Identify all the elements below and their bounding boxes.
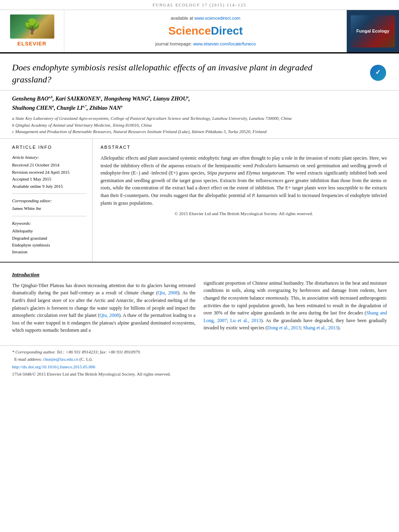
keywords-label: Keywords: [12, 220, 86, 226]
divider2 [12, 216, 86, 216]
top-banner: ELSEVIER available at www.sciencedirect.… [0, 10, 399, 53]
abstract-heading: ABSTRACT [101, 144, 387, 150]
corresponding-editor-label: Corresponding editor: [12, 198, 86, 204]
main-content: ARTICLE INFO Article history: Received 2… [0, 139, 399, 263]
introduction-heading: Introduction [12, 271, 195, 279]
article-title-section: Does endophyte symbiosis resist allelopa… [0, 53, 399, 90]
accepted-date: Accepted 1 May 2015 [12, 176, 86, 182]
right-panel: ABSTRACT Allelopathic effects and plant … [93, 139, 399, 262]
left-panel: ARTICLE INFO Article history: Received 2… [0, 139, 93, 262]
footnote-email: E-mail address: chunjie@lzu.edu.cn (C. L… [12, 356, 387, 362]
corresponding-editor-name: James White Jnr [12, 205, 86, 212]
footnote-corresponding: * Corresponding author. Tel.: +86 931 89… [12, 349, 387, 355]
article-title: Does endophyte symbiosis resist allelopa… [12, 62, 342, 85]
footnote-issn: 1754-5048/© 2015 Elsevier Ltd and The Br… [12, 371, 387, 377]
right-journal-title: Fungal Ecology [356, 28, 389, 34]
journal-homepage-text: journal homepage: www.elsevier.com/locat… [155, 41, 256, 47]
keyword-3: Endophyte symbiosis [12, 242, 86, 248]
copyright-line: © 2015 Elsevier Ltd and The British Myco… [101, 211, 387, 217]
body-left-column: Introduction The Qinghai-Tibet Plateau h… [12, 271, 195, 337]
qiu-2008-ref2[interactable]: Qiu, 2008 [99, 312, 119, 318]
right-banner: Fungal Ecology [347, 10, 399, 52]
affiliations: a State Key Laboratory of Grassland Agro… [12, 115, 387, 135]
journal-homepage-url[interactable]: www.elsevier.com/locate/funeco [193, 41, 256, 46]
affiliation-b: b Qinghai Academy of Animal and Veterina… [12, 122, 387, 129]
crossmark-circle: ✓ [370, 65, 386, 81]
doi-link[interactable]: http://dx.doi.org/10.1016/j.funeco.2015.… [12, 364, 95, 369]
lu-2013-ref[interactable]: Lu et al., 2013 [230, 318, 261, 323]
intro-para-1: The Qinghai-Tibet Plateau has drawn incr… [12, 282, 195, 334]
body-content: Introduction The Qinghai-Tibet Plateau h… [0, 263, 399, 345]
received-date: Received 21 October 2014 [12, 162, 86, 168]
elsevier-logo-box: ELSEVIER [0, 10, 64, 52]
intro-para-2: significant proportion of Chinese animal… [204, 279, 387, 332]
footnote-section: * Corresponding author. Tel.: +86 931 89… [0, 345, 399, 379]
qiu-2008-ref1[interactable]: Qiu, 2008 [158, 290, 178, 296]
keyword-1: Allelopathy [12, 228, 86, 234]
revision-date: Revision received 24 April 2015 [12, 169, 86, 175]
center-banner: available at www.sciencedirect.com Scien… [64, 10, 347, 52]
body-right-column: significant proportion of Chinese animal… [204, 271, 387, 337]
available-at-text: available at www.sciencedirect.com [171, 15, 240, 21]
elsevier-label: ELSEVIER [17, 40, 46, 47]
elsevier-tree-icon [10, 14, 54, 39]
crossmark-badge[interactable]: ✓ [369, 64, 387, 82]
article-history-label: Article history: [12, 154, 86, 160]
abstract-text: Allelopathic effects and plant associate… [101, 154, 387, 207]
shang-2013-ref[interactable]: Shang et al., 2013 [303, 325, 338, 331]
available-online-date: Available online 9 July 2015 [12, 183, 86, 189]
keyword-2: Degraded grassland [12, 235, 86, 241]
authors-section: Gensheng BAOa,b, Kari SAIKKONENc, Hongsh… [0, 90, 399, 138]
sciencedirect-url[interactable]: www.sciencedirect.com [194, 16, 240, 21]
sciencedirect-logo: ScienceDirect [168, 23, 243, 39]
journal-header: FUNGAL ECOLOGY 17 (2015) 114–125 [0, 0, 399, 10]
email-link[interactable]: chunjie@lzu.edu.cn [43, 357, 78, 362]
dong-2013-ref[interactable]: Dong et al., 2013 [267, 325, 300, 331]
keyword-4: Invasion [12, 249, 86, 255]
footnote-doi: http://dx.doi.org/10.1016/j.funeco.2015.… [12, 364, 387, 370]
authors-line: Gensheng BAOa,b, Kari SAIKKONENc, Hongsh… [12, 94, 387, 113]
affiliation-c: c Management and Production of Renewable… [12, 128, 387, 135]
article-info-heading: ARTICLE INFO [12, 144, 86, 150]
divider1 [12, 193, 86, 194]
journal-cover-image: Fungal Ecology [351, 15, 395, 47]
affiliation-a: a State Key Laboratory of Grassland Agro… [12, 115, 387, 122]
